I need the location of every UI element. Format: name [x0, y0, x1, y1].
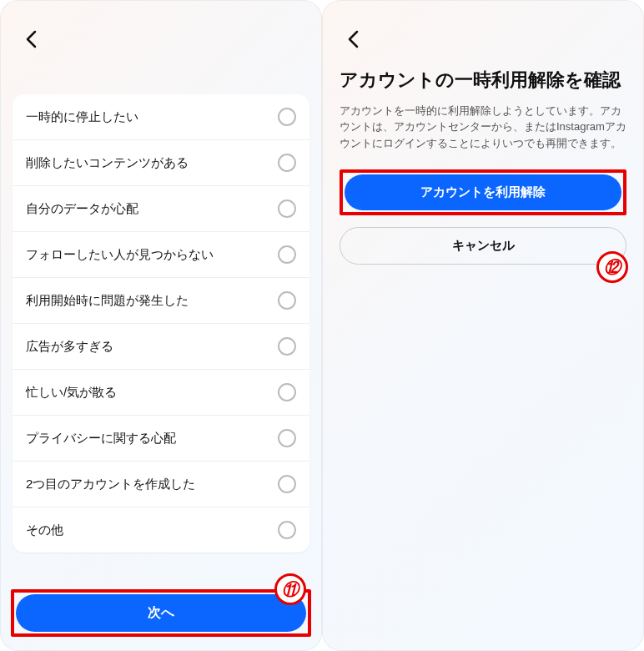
annotation-highlight-11: 次へ: [11, 589, 311, 637]
reason-option[interactable]: 一時的に停止したい: [13, 94, 309, 140]
radio-icon: [278, 108, 296, 126]
reason-option[interactable]: 利用開始時に問題が発生した: [13, 278, 309, 324]
reason-label: 広告が多すぎる: [26, 339, 113, 355]
reason-option[interactable]: 忙しい/気が散る: [13, 370, 309, 416]
reason-label: その他: [26, 522, 63, 538]
screen-confirm-deactivate: アカウントの一時利用解除を確認 アカウントを一時的に利用解除しようとしています。…: [322, 0, 644, 651]
radio-icon: [278, 154, 296, 172]
radio-icon: [278, 475, 296, 493]
reason-label: プライバシーに関する心配: [26, 431, 176, 447]
annotation-badge-12: ⑫: [596, 251, 628, 283]
reason-label: 忙しい/気が散る: [26, 385, 117, 401]
reason-option[interactable]: プライバシーに関する心配: [13, 416, 309, 462]
reason-list: 一時的に停止したい 削除したいコンテンツがある 自分のデータが心配 フォローした…: [13, 94, 309, 553]
page-title: アカウントの一時利用解除を確認: [340, 68, 626, 93]
confirm-deactivate-button[interactable]: アカウントを利用解除: [345, 174, 621, 210]
screen-select-reason: 一時的に停止したい 削除したいコンテンツがある 自分のデータが心配 フォローした…: [0, 0, 322, 651]
reason-option[interactable]: 自分のデータが心配: [13, 186, 309, 232]
back-button[interactable]: [16, 24, 46, 54]
radio-icon: [278, 383, 296, 401]
radio-icon: [278, 291, 296, 310]
reason-option[interactable]: 広告が多すぎる: [13, 324, 309, 370]
cancel-button[interactable]: キャンセル: [340, 227, 626, 265]
reason-label: 2つ目のアカウントを作成した: [26, 477, 195, 492]
confirm-content: アカウントの一時利用解除を確認 アカウントを一時的に利用解除しようとしています。…: [323, 1, 643, 265]
reason-option[interactable]: その他: [13, 507, 309, 553]
next-button[interactable]: 次へ: [16, 594, 306, 632]
reason-option[interactable]: 2つ目のアカウントを作成した: [13, 462, 309, 507]
radio-icon: [278, 521, 296, 539]
reason-option[interactable]: フォローしたい人が見つからない: [13, 232, 309, 278]
chevron-left-icon: [25, 30, 37, 48]
radio-icon: [278, 199, 296, 218]
reason-label: 自分のデータが心配: [26, 201, 138, 217]
reason-label: フォローしたい人が見つからない: [26, 247, 214, 263]
reason-option[interactable]: 削除したいコンテンツがある: [13, 140, 309, 186]
annotation-highlight-12: アカウントを利用解除: [340, 169, 626, 215]
reason-label: 利用開始時に問題が発生した: [26, 293, 189, 309]
annotation-badge-11: ⑪: [274, 573, 306, 605]
radio-icon: [278, 245, 296, 264]
radio-icon: [278, 337, 296, 356]
description-text: アカウントを一時的に利用解除しようとしています。アカウントは、アカウントセンター…: [340, 103, 626, 152]
reason-label: 一時的に停止したい: [26, 109, 138, 125]
reason-label: 削除したいコンテンツがある: [26, 155, 189, 171]
back-button[interactable]: [338, 24, 368, 54]
radio-icon: [278, 429, 296, 447]
chevron-left-icon: [347, 30, 359, 48]
